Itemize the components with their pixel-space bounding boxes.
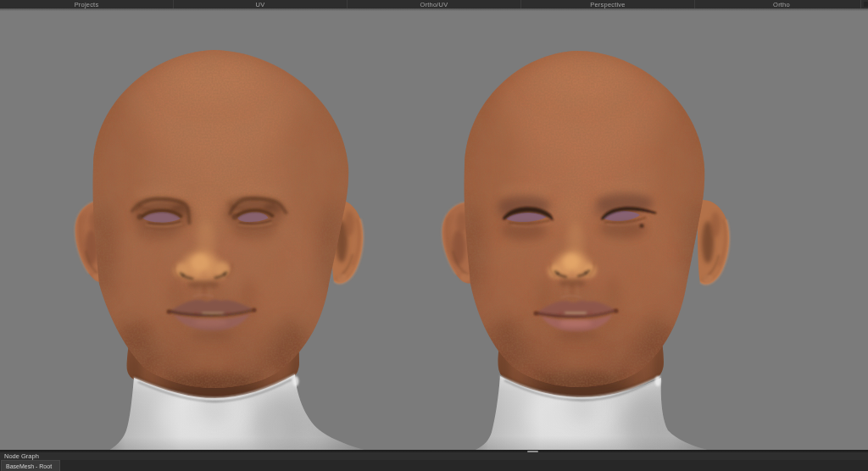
node-graph-header[interactable]: Node Graph — [0, 452, 868, 460]
tab-projects[interactable]: Projects — [0, 0, 173, 8]
viewport-3d[interactable] — [0, 8, 868, 450]
tabbar-end-divider — [860, 0, 861, 8]
node-graph-title: Node Graph — [4, 452, 39, 460]
tab-label-projects: Projects — [75, 0, 99, 8]
model-head-left — [75, 50, 381, 450]
tab-perspective[interactable]: Perspective — [520, 0, 694, 8]
node-graph-canvas[interactable]: BaseMesh - Root — [0, 460, 868, 471]
render-canvas — [0, 8, 868, 450]
tab-label-uv: UV — [256, 0, 265, 8]
node-basemesh-root[interactable]: BaseMesh - Root — [1, 460, 60, 471]
tab-label-ortho-uv: Ortho/UV — [420, 0, 448, 8]
layout-tabbar: Projects UV Ortho/UV Perspective Ortho — [0, 0, 868, 8]
panel-splitter[interactable] — [0, 450, 868, 452]
ear-right — [698, 200, 729, 284]
node-graph-panel: Node Graph BaseMesh - Root — [0, 450, 868, 471]
layout-menu-icon[interactable] — [864, 2, 868, 7]
model-head-right — [442, 51, 729, 450]
tab-label-perspective: Perspective — [590, 0, 625, 8]
tab-label-ortho: Ortho — [773, 0, 790, 8]
tab-ortho-uv[interactable]: Ortho/UV — [347, 0, 520, 8]
node-label: BaseMesh - Root — [6, 463, 52, 469]
tabbar-shadow — [0, 8, 868, 11]
tab-ortho[interactable]: Ortho — [694, 0, 868, 8]
tab-uv[interactable]: UV — [173, 0, 347, 8]
beauty-mark — [639, 224, 643, 228]
splitter-grip-icon[interactable] — [527, 451, 538, 452]
